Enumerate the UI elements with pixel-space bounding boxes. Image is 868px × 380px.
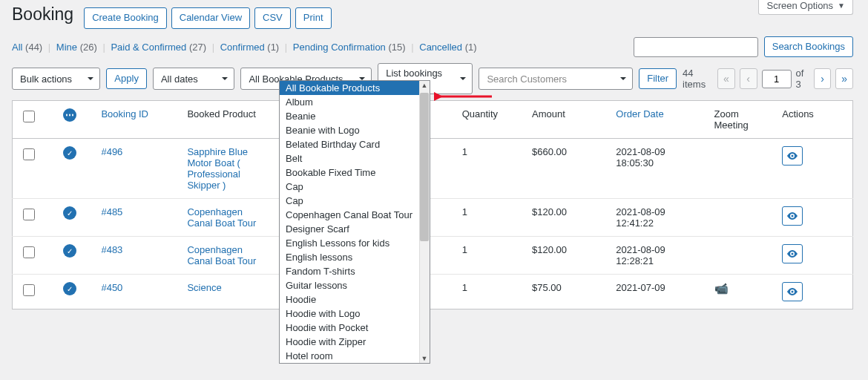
row-checkbox[interactable]	[23, 246, 35, 258]
quantity-cell: 1	[455, 275, 525, 309]
table-row: ✓#485Copenhagen Canal Boat TourPatrick S…	[13, 199, 853, 237]
dropdown-option[interactable]: Belated Birthday Card	[280, 137, 430, 151]
amount-cell: $120.00	[525, 199, 608, 237]
dropdown-option[interactable]: Belt	[280, 151, 430, 166]
print-button[interactable]: Print	[295, 7, 332, 28]
dropdown-option[interactable]: All Bookable Products	[280, 81, 430, 95]
page-of-text: of 3	[796, 68, 809, 90]
last-page-button[interactable]: »	[835, 68, 853, 89]
dropdown-option[interactable]: Hoodie with Logo	[280, 307, 430, 321]
status-confirmed-icon: ✓	[63, 282, 76, 295]
next-page-button[interactable]: ›	[814, 68, 832, 89]
prev-page-button[interactable]: ‹	[740, 68, 757, 89]
svg-point-2	[792, 253, 794, 255]
dropdown-option[interactable]: English lessons	[280, 250, 430, 264]
create-booking-button[interactable]: Create Booking	[84, 7, 167, 28]
tab-mine[interactable]: Mine	[56, 42, 77, 53]
first-page-button[interactable]: «	[717, 68, 735, 89]
tab-paid-confirmed[interactable]: Paid & Confirmed	[111, 42, 186, 53]
col-booking-id[interactable]: Booking ID	[93, 101, 180, 139]
bulk-actions-select[interactable]: Bulk actions	[12, 68, 100, 90]
view-button[interactable]	[782, 206, 803, 226]
booked-product-link[interactable]: Copenhagen Canal Boat Tour	[187, 244, 256, 266]
chevron-down-icon: ▼	[838, 1, 845, 10]
search-bookings-button[interactable]: Search Bookings	[764, 36, 853, 57]
dropdown-option[interactable]: Beanie with Logo	[280, 123, 430, 137]
order-date-cell: 2021-08-0918:05:30	[608, 139, 706, 199]
svg-point-1	[792, 215, 794, 217]
csv-button[interactable]: CSV	[254, 7, 291, 28]
status-column-icon: ⋯	[63, 108, 76, 122]
booked-product-link[interactable]: Copenhagen Canal Boat Tour	[187, 206, 256, 229]
filter-button[interactable]: Filter	[639, 68, 677, 89]
page-title: Booking	[12, 4, 73, 24]
quantity-cell: 1	[455, 237, 525, 275]
dropdown-option[interactable]: Copenhagen Canal Boat Tour	[280, 208, 430, 222]
screen-options-button[interactable]: Screen Options ▼	[758, 0, 853, 15]
tab-pending[interactable]: Pending Confirmation	[293, 42, 386, 53]
dropdown-option[interactable]: Hotel room	[280, 349, 430, 363]
select-all-checkbox[interactable]	[23, 111, 35, 122]
apply-button[interactable]: Apply	[106, 68, 147, 89]
scroll-up-icon: ▲	[421, 82, 427, 88]
all-dates-select[interactable]: All dates	[153, 68, 235, 90]
row-checkbox[interactable]	[23, 148, 35, 160]
items-count: 44 items	[683, 68, 713, 90]
tab-confirmed[interactable]: Confirmed	[220, 42, 265, 53]
dropdown-option[interactable]: Album	[280, 95, 430, 109]
tab-all[interactable]: All	[12, 42, 22, 53]
dropdown-option[interactable]: Hoodie with Pocket	[280, 321, 430, 335]
status-filter-tabs: All (44) | Mine (26) | Paid & Confirmed …	[12, 42, 477, 53]
col-amount: Amount	[525, 101, 608, 139]
dropdown-scrollbar[interactable]: ▲ ▼	[419, 81, 430, 363]
bookings-table: ⋯ Booking ID Booked Product Booked By En…	[12, 100, 853, 309]
bookable-products-dropdown[interactable]: All Bookable ProductsAlbumBeanieBeanie w…	[279, 80, 430, 364]
booking-id-link[interactable]: #483	[101, 244, 122, 255]
col-quantity: Quantity	[455, 101, 525, 139]
dropdown-option[interactable]: English Lessons for kids	[280, 236, 430, 250]
dropdown-option[interactable]: Beanie	[280, 109, 430, 123]
search-customers-select[interactable]: Search Customers	[479, 68, 633, 90]
svg-point-0	[792, 155, 794, 157]
quantity-cell: 1	[455, 139, 525, 199]
booked-product-link[interactable]: Sapphire Blue Motor Boat ( Professional …	[187, 146, 248, 191]
booking-id-link[interactable]: #496	[101, 146, 122, 157]
amount-cell: $120.00	[525, 237, 608, 275]
dropdown-option[interactable]: Bookable Fixed Time	[280, 166, 430, 180]
dropdown-option[interactable]: Fandom T-shirts	[280, 264, 430, 278]
table-row: ✓#496Sapphire Blue Motor Boat ( Professi…	[13, 139, 853, 199]
tab-cancelled[interactable]: Cancelled	[419, 42, 462, 53]
table-row: ✓#450ScienceTanishkaa15/07/211$75.002021…	[13, 275, 853, 309]
dropdown-option[interactable]: Designer Scarf	[280, 222, 430, 236]
quantity-cell: 1	[455, 199, 525, 237]
order-date-cell: 2021-08-0912:28:21	[608, 237, 706, 275]
row-checkbox[interactable]	[23, 209, 35, 220]
booking-id-link[interactable]: #450	[101, 282, 122, 293]
col-zoom: Zoom Meeting	[707, 101, 775, 139]
view-button[interactable]	[782, 244, 803, 263]
dropdown-option[interactable]: Hoodie with Zipper	[280, 335, 430, 349]
booked-product-link[interactable]: Science	[187, 282, 221, 293]
video-icon[interactable]: 📹	[714, 282, 729, 295]
table-row: ✓#483Copenhagen Canal Boat TourTanisha M…	[13, 237, 853, 275]
scroll-thumb[interactable]	[420, 93, 429, 241]
calendar-view-button[interactable]: Calendar View	[171, 7, 250, 28]
dropdown-option[interactable]: Cap	[280, 180, 430, 194]
dropdown-option[interactable]: Hoodie	[280, 292, 430, 307]
dropdown-option[interactable]: Cap	[280, 194, 430, 208]
scroll-down-icon: ▼	[421, 356, 427, 361]
view-button[interactable]	[782, 146, 803, 166]
row-checkbox[interactable]	[23, 284, 35, 296]
booking-id-link[interactable]: #485	[101, 206, 122, 217]
current-page-input[interactable]	[762, 70, 792, 88]
status-confirmed-icon: ✓	[63, 146, 76, 160]
view-button[interactable]	[782, 282, 803, 301]
annotation-arrow-icon	[434, 88, 493, 105]
order-date-cell: 2021-08-0912:41:22	[608, 199, 706, 237]
col-order-date[interactable]: Order Date	[608, 101, 706, 139]
search-bookings-input[interactable]	[634, 37, 758, 57]
order-date-cell: 2021-07-09	[608, 275, 706, 309]
svg-point-3	[792, 291, 794, 293]
dropdown-option[interactable]: Guitar lessons	[280, 278, 430, 292]
screen-options-label: Screen Options	[766, 0, 833, 11]
